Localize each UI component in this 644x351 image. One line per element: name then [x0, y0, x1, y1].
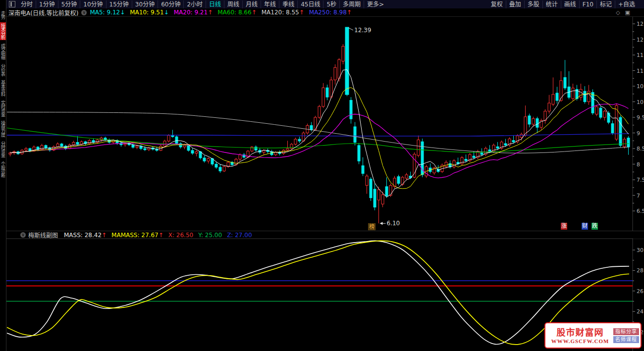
marker-badge-涨[interactable]: 涨	[561, 223, 567, 230]
marker-badge-跌[interactable]: 跌	[591, 223, 598, 230]
menu-item-季线[interactable]: 季线	[279, 0, 297, 8]
svg-text:10.5: 10.5	[637, 83, 644, 90]
sub-value-1: MAMASS: 27.67↑	[111, 232, 163, 239]
svg-text:8: 8	[637, 161, 640, 168]
sidebar-item-基本资料[interactable]: 基本资料	[0, 79, 6, 97]
price-axis: 12.51211.51110.5109.598.587.576.5	[633, 21, 644, 214]
svg-text:7.5: 7.5	[637, 177, 644, 183]
ma-legend-item-2: MA20: 9.21↑	[174, 9, 213, 16]
menu-item-更多>[interactable]: 更多>	[364, 0, 387, 8]
marker-badge-财[interactable]: 财	[582, 223, 588, 230]
menu-item-30分钟[interactable]: 30分钟	[132, 0, 158, 8]
menu-item-标记[interactable]: 标记	[596, 0, 615, 8]
menu-item-60分钟[interactable]: 60分钟	[158, 0, 183, 8]
svg-text:8.5: 8.5	[637, 146, 644, 152]
sub-value-4: Z: 27.00	[227, 232, 252, 239]
ma-legend-item-4: MA120: 8.55↑	[262, 9, 304, 16]
ma-legend-item-5: MA250: 8.98↑	[309, 9, 352, 16]
watermark: 股市财富网 WWW.GSCFW.COM 指标分享 名师课程	[544, 322, 642, 349]
svg-text:12.39: 12.39	[354, 27, 371, 34]
menu-item-5分钟[interactable]: 5分钟	[58, 0, 80, 8]
menu-item-多周期[interactable]: 多周期	[339, 0, 364, 8]
svg-text:28: 28	[637, 267, 644, 274]
menu-item-周线[interactable]: 周线	[224, 0, 242, 8]
rank-badge[interactable]: 榜	[368, 223, 376, 230]
svg-text:11: 11	[637, 68, 644, 74]
svg-text:9: 9	[637, 130, 640, 137]
period-menu: 分时1分钟5分钟10分钟15分钟30分钟60分钟2小时日线周线月线年线季线45日…	[18, 0, 488, 8]
candles	[9, 27, 630, 223]
sub-value-2: X: 26.50	[168, 232, 193, 239]
watermark-site: 股市财富网 WWW.GSCFW.COM	[547, 327, 613, 344]
ma10-line	[10, 88, 629, 189]
chevron-down-icon[interactable]: ∨	[81, 10, 87, 15]
menu-item-5秒[interactable]: 5秒	[323, 0, 339, 8]
left-tab-strip: 走势技术分析成交明细分价表基本资料实时资金操盘力度分时资金个股诊断	[0, 0, 6, 351]
menu-item-月线[interactable]: 月线	[242, 0, 261, 8]
menu-item-15分钟[interactable]: 15分钟	[106, 0, 132, 8]
menu-item-45日线[interactable]: 45日线	[297, 0, 323, 8]
sub-value-3: Y: 25.00	[198, 232, 222, 239]
svg-text:9.5: 9.5	[637, 114, 644, 121]
sidebar-item-个股诊断[interactable]: 个股诊断	[0, 160, 6, 178]
title-bar: 深南电A(日线.等比前复权) ∨ MA5: 9.12↓MA10: 9.51↓MA…	[6, 8, 644, 16]
menu-item-统计[interactable]: 统计	[542, 0, 561, 8]
svg-text:26: 26	[637, 288, 644, 295]
menu-item-画线[interactable]: 画线	[561, 0, 579, 8]
menu-item-日线[interactable]: 日线	[206, 0, 224, 8]
main-chart-canvas[interactable]: 12.51211.51110.5109.598.587.576.512.396.…	[6, 16, 644, 231]
menu-item-叠加[interactable]: 叠加	[506, 0, 524, 8]
svg-text:7: 7	[637, 193, 640, 199]
layout-toggle-icon[interactable]	[9, 1, 15, 7]
indicator-values: MASS: 28.42↑MAMASS: 27.67↑X: 26.50Y: 25.…	[64, 232, 257, 239]
ma-legend-item-0: MA5: 9.12↓	[90, 9, 125, 16]
sidebar-item-技术分析[interactable]: 技术分析	[0, 22, 6, 40]
menu-item-年线[interactable]: 年线	[261, 0, 279, 8]
svg-text:11.5: 11.5	[637, 52, 644, 58]
diamond-icon[interactable]: ◇	[616, 9, 620, 16]
series-MASS	[7, 241, 629, 344]
menu-item-分时[interactable]: 分时	[18, 0, 36, 8]
watermark-badge-1: 指标分享	[613, 328, 639, 335]
menu-item-1分钟[interactable]: 1分钟	[36, 0, 58, 8]
svg-text:6.5: 6.5	[637, 208, 644, 214]
ma-legend-item-3: MA60: 8.66↑	[217, 9, 256, 16]
menu-item-多股[interactable]: 多股	[524, 0, 542, 8]
menu-item-F10[interactable]: F10	[579, 0, 596, 8]
menu-item-+自选[interactable]: +自选	[615, 0, 638, 8]
series-MAMASS	[7, 241, 629, 345]
watermark-site-url: WWW.GSCFW.COM	[551, 338, 609, 344]
split-window-icon[interactable]: ▣	[625, 9, 630, 16]
sidebar-item-操盘力度[interactable]: 操盘力度	[0, 120, 6, 138]
svg-text:30: 30	[637, 247, 644, 253]
sidebar-item-成交明细[interactable]: 成交明细	[0, 43, 6, 60]
svg-text:6.10: 6.10	[387, 220, 400, 227]
sidebar-item-走势[interactable]: 走势	[0, 10, 6, 20]
svg-text:12.5: 12.5	[637, 21, 644, 27]
svg-text:24: 24	[637, 308, 644, 315]
svg-text:12: 12	[637, 37, 644, 43]
menu-item-复权[interactable]: 复权	[488, 0, 506, 8]
watermark-site-name: 股市财富网	[557, 327, 604, 338]
ma-legend: MA5: 9.12↓MA10: 9.51↓MA20: 9.21↑MA60: 8.…	[90, 9, 616, 16]
menu-item-2小时[interactable]: 2小时	[183, 0, 206, 8]
watermark-badge-2: 名师课程	[613, 336, 639, 343]
collapse-icon[interactable]: ∨	[20, 232, 26, 238]
ma-legend-item-1: MA10: 9.51↓	[130, 9, 168, 16]
sub-value-0: MASS: 28.42↑	[64, 232, 107, 239]
period-toolbar: 分时1分钟5分钟10分钟15分钟30分钟60分钟2小时日线周线月线年线季线45日…	[6, 0, 644, 9]
sidebar-item-实时资金[interactable]: 实时资金	[0, 100, 6, 117]
app-root: { "toolbar": { "left_items": ["分时","1分钟"…	[0, 0, 644, 351]
menu-item-10分钟[interactable]: 10分钟	[80, 0, 106, 8]
sidebar-item-分时资金[interactable]: 分时资金	[0, 140, 6, 158]
svg-text:10: 10	[637, 99, 644, 105]
sidebar-item-分价表[interactable]: 分价表	[0, 63, 6, 77]
symbol-title: 深南电A(日线.等比前复权)	[6, 8, 78, 17]
tools-menu: 复权叠加多股统计画线F10标记+自选	[488, 0, 644, 8]
